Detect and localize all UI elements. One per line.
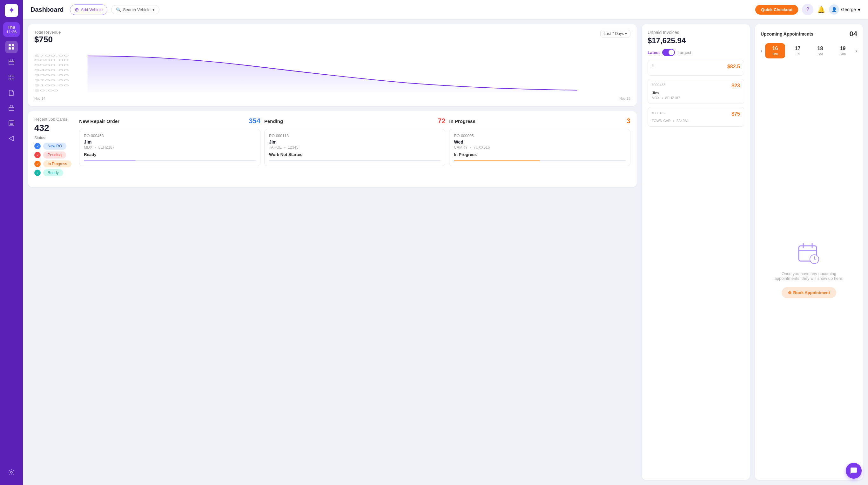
chevron-down-icon: ▾ (625, 31, 627, 36)
appointments-card: Upcoming Appointments 04 ‹ 16 Thu 17 Fri (755, 24, 863, 480)
svg-rect-1 (8, 47, 11, 50)
invoice-item[interactable]: # $82.5 (648, 60, 744, 75)
ro-progress-fill (454, 160, 539, 161)
in-progress-badge: In Progress (43, 160, 71, 168)
toggle-switch[interactable] (662, 49, 675, 56)
svg-text:$100.00: $100.00 (34, 84, 69, 87)
job-cards-section: Recent Job Cards 432 Status: ✓ New RO ✓ … (28, 111, 637, 187)
revenue-amount: $750 (34, 35, 61, 44)
add-vehicle-button[interactable]: ⊕ Add Vehicle (70, 4, 107, 15)
appointments-empty-text: Once you have any upcoming appointments,… (774, 271, 844, 281)
invoice-item-header: # $82.5 (652, 64, 740, 69)
calendar-day-18[interactable]: 18 Sat (810, 43, 830, 58)
invoice-item-id: #000432 (652, 111, 665, 117)
page-title: Dashboard (30, 6, 64, 13)
ro-card-name: Wed (454, 140, 626, 145)
svg-text:$500.00: $500.00 (34, 63, 69, 67)
job-cards-title: Recent Job Cards (34, 117, 71, 122)
invoice-item-id: # (652, 64, 654, 69)
ro-card[interactable]: RO-000005 Wed CAMRY 7UXX516 In Progress (449, 129, 630, 166)
header: Dashboard ⊕ Add Vehicle 🔍 Search Vehicle… (23, 0, 868, 19)
ro-progress-bar (269, 160, 441, 161)
svg-text:$600.00: $600.00 (34, 58, 69, 62)
svg-text:$700.00: $700.00 (34, 54, 69, 57)
invoices-column: Unpaid Invoices $17,625.94 Latest Larges… (642, 24, 750, 480)
calendar-day-17[interactable]: 17 Fri (788, 43, 808, 58)
svg-rect-2 (12, 44, 14, 47)
user-menu[interactable]: 👤 George ▾ (829, 4, 860, 14)
revenue-label: Total Revenue (34, 30, 61, 35)
sidebar-item-documents[interactable] (5, 86, 18, 99)
invoice-item[interactable]: #000432 $75 TOWN CAR 2A40A1 (648, 107, 744, 127)
quick-checkout-button[interactable]: Quick Checkout (755, 5, 798, 14)
svg-text:$0.00: $0.00 (34, 89, 58, 92)
avatar: 👤 (829, 4, 839, 14)
invoices-title: Unpaid Invoices (648, 30, 744, 35)
sidebar-time-display: 11:26 (6, 30, 17, 34)
cal-day-17-name: Fri (789, 52, 806, 56)
dot-separator (673, 120, 674, 122)
invoice-item[interactable]: #000433 $23 Jim MDX 8EHZ187 (648, 79, 744, 104)
ro-card-id: RO-000458 (84, 134, 256, 138)
in-progress-check: ✓ (34, 161, 41, 167)
plus-icon: ⊕ (75, 7, 79, 13)
cal-day-19-num: 19 (834, 46, 851, 52)
sidebar-item-grid[interactable] (5, 71, 18, 84)
dot-separator (470, 147, 471, 148)
svg-point-17 (10, 471, 12, 473)
cal-day-19-name: Sun (834, 52, 851, 56)
chat-button[interactable] (846, 463, 862, 479)
ro-card[interactable]: RO-000118 Jim TAHOE 12345 Work Not Start… (264, 129, 445, 166)
book-appointment-label: Book Appointment (793, 290, 830, 295)
ready-badge: Ready (43, 169, 63, 176)
search-vehicle-button[interactable]: 🔍 Search Vehicle ▾ (111, 5, 159, 14)
ro-card-status: Work Not Started (269, 152, 441, 157)
ro-card[interactable]: RO-000458 Jim MDX 8EHZ187 Ready (79, 129, 260, 166)
calendar-prev-arrow[interactable]: ‹ (761, 48, 763, 54)
search-vehicle-label: Search Vehicle (123, 7, 151, 12)
main-content: Dashboard ⊕ Add Vehicle 🔍 Search Vehicle… (23, 0, 868, 485)
invoice-item-name: Jim (652, 91, 740, 95)
notifications-bell[interactable]: 🔔 (817, 6, 825, 13)
toggle-latest-label: Latest (648, 50, 660, 55)
cal-day-18-num: 18 (811, 46, 829, 52)
job-cards-count: 432 (34, 123, 71, 133)
appointments-title: Upcoming Appointments (761, 31, 813, 36)
invoice-item-header: #000433 $23 (652, 83, 740, 89)
dot-separator (662, 97, 663, 99)
sidebar-item-marketing[interactable] (5, 132, 18, 145)
sidebar-clock: Thu 11:26 (3, 22, 20, 37)
calendar-day-19[interactable]: 19 Sun (833, 43, 853, 58)
ro-card-id: RO-000005 (454, 134, 626, 138)
svg-rect-9 (12, 75, 14, 77)
sidebar-day: Thu (6, 25, 17, 30)
user-name: George (841, 7, 856, 12)
ro-column-pending-title: Pending (264, 119, 283, 124)
calendar-days: 16 Thu 17 Fri 18 Sat 19 (765, 43, 853, 58)
cal-day-16-num: 16 (766, 46, 784, 52)
pending-check: ✓ (34, 152, 41, 158)
book-appointment-button[interactable]: ⊕ Book Appointment (782, 287, 837, 298)
ro-column-pending-header: Pending 72 (264, 117, 445, 125)
svg-rect-8 (9, 75, 11, 77)
sidebar-item-calendar[interactable] (5, 56, 18, 69)
ro-column-new-header: New Repair Order 354 (79, 117, 260, 125)
new-ro-check: ✓ (34, 143, 41, 149)
calendar-next-arrow[interactable]: › (855, 48, 857, 54)
chevron-down-icon: ▾ (858, 7, 860, 13)
ro-column-pending: Pending 72 RO-000118 Jim TAHOE 12345 (264, 117, 445, 169)
calendar-day-16[interactable]: 16 Thu (765, 43, 785, 58)
svg-rect-11 (12, 78, 14, 80)
toggle-largest-label: Largest (677, 50, 691, 55)
last-days-filter-button[interactable]: Last 7 Days ▾ (600, 30, 630, 37)
sidebar-item-reports[interactable] (5, 117, 18, 129)
sidebar-item-bag[interactable] (5, 102, 18, 114)
chart-x-start: Nov 14 (34, 96, 45, 100)
sidebar-item-dashboard[interactable] (5, 41, 18, 53)
status-badges: ✓ New RO ✓ Pending ✓ In Progress (34, 143, 71, 176)
ro-progress-fill (84, 160, 135, 161)
sidebar-settings[interactable] (5, 466, 18, 479)
cal-day-16-name: Thu (766, 52, 784, 56)
svg-text:$400.00: $400.00 (34, 69, 69, 72)
help-button[interactable]: ? (802, 4, 813, 15)
